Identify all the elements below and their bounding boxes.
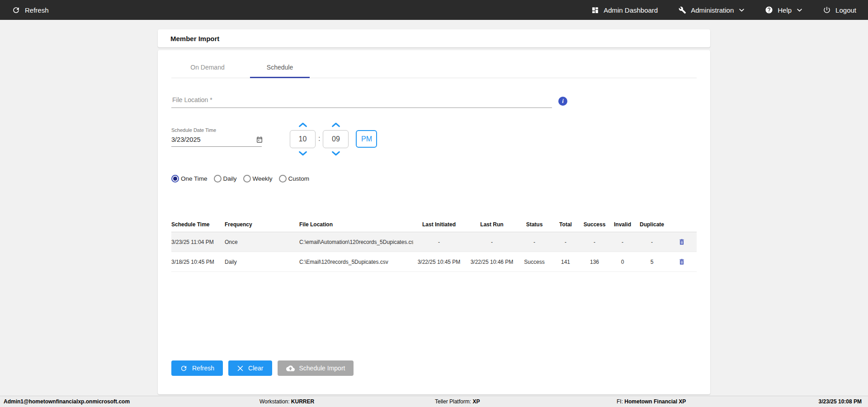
- status-bar: Admin1@hometownfinancialxp.onmicrosoft.c…: [0, 396, 868, 407]
- col-duplicate: Duplicate: [637, 221, 670, 228]
- radio-weekly[interactable]: Weekly: [243, 175, 273, 182]
- wrench-icon: [679, 6, 686, 14]
- cell-last-run: -: [468, 239, 519, 245]
- minute-down-icon[interactable]: [331, 150, 341, 157]
- time-separator: :: [318, 122, 320, 143]
- radio-one-time-label: One Time: [181, 175, 208, 182]
- cell-file-location: C:\email\Automation\120records_5Dupicate…: [299, 239, 413, 245]
- radio-weekly-label: Weekly: [253, 175, 273, 182]
- schedule-import-button-label: Schedule Import: [299, 365, 345, 372]
- footer-workstation-value: KURRER: [291, 398, 314, 405]
- footer-fi-value: Hometown Financial XP: [624, 398, 686, 405]
- cell-file-location: C:\Email\120records_5Dupicates.csv: [299, 259, 413, 265]
- navbar-logout-button[interactable]: Logout: [823, 6, 856, 14]
- col-invalid: Invalid: [611, 221, 637, 228]
- radio-circle: [279, 175, 287, 182]
- table-row[interactable]: 3/23/25 11:04 PM Once C:\email\Automatio…: [171, 232, 697, 252]
- cell-actions: [670, 237, 697, 247]
- footer-teller-platform-label: Teller Platform:: [435, 398, 471, 405]
- schedule-date-time-label: Schedule Date Time: [171, 127, 262, 133]
- footer-teller-platform-value: XP: [472, 398, 480, 405]
- delete-schedule-button[interactable]: [677, 237, 686, 247]
- calendar-icon[interactable]: [256, 136, 263, 143]
- cell-duplicate: 5: [637, 259, 670, 265]
- date-field: [171, 133, 262, 147]
- navbar-admin-dashboard-label: Admin Dashboard: [604, 6, 658, 14]
- footer-user: Admin1@hometownfinancialxp.onmicrosoft.c…: [4, 398, 130, 405]
- navbar-administration-label: Administration: [691, 6, 734, 14]
- refresh-button[interactable]: Refresh: [171, 360, 223, 376]
- close-icon: [237, 365, 244, 372]
- chevron-down-icon: [797, 9, 802, 12]
- cell-invalid: 0: [611, 259, 637, 265]
- radio-daily[interactable]: Daily: [214, 175, 237, 182]
- radio-custom[interactable]: Custom: [279, 175, 310, 182]
- navbar-logout-label: Logout: [835, 6, 856, 14]
- cell-duplicate: -: [637, 239, 670, 245]
- top-navbar: Refresh Admin Dashboard Administration H…: [0, 0, 868, 20]
- cell-last-initiated: -: [413, 239, 468, 245]
- refresh-button-label: Refresh: [192, 365, 214, 372]
- clear-button[interactable]: Clear: [228, 360, 272, 376]
- clear-button-label: Clear: [248, 365, 263, 372]
- navbar-admin-dashboard[interactable]: Admin Dashboard: [591, 6, 658, 14]
- cell-success: 136: [581, 259, 611, 265]
- refresh-icon: [12, 6, 20, 14]
- file-location-row: i: [171, 94, 697, 108]
- refresh-icon: [180, 365, 188, 372]
- cloud-upload-icon: [286, 364, 295, 373]
- col-file-location: File Location: [299, 221, 413, 228]
- footer-fi-label: FI:: [617, 398, 623, 405]
- file-location-input[interactable]: [171, 94, 552, 108]
- meridiem-toggle[interactable]: PM: [356, 130, 377, 148]
- hour-value[interactable]: 10: [290, 130, 316, 148]
- radio-one-time[interactable]: One Time: [171, 175, 208, 182]
- hour-up-icon[interactable]: [298, 122, 308, 128]
- navbar-help-label: Help: [778, 6, 792, 14]
- col-total: Total: [553, 221, 581, 228]
- delete-schedule-button[interactable]: [677, 257, 686, 267]
- cell-frequency: Once: [225, 239, 299, 245]
- tab-bar: On Demand Schedule: [171, 50, 697, 78]
- minute-value[interactable]: 09: [323, 130, 349, 148]
- navbar-refresh-label: Refresh: [25, 6, 49, 14]
- navbar-refresh-button[interactable]: Refresh: [12, 6, 49, 14]
- tab-on-demand[interactable]: On Demand: [171, 64, 244, 78]
- minute-spinner: 09: [323, 122, 349, 157]
- radio-daily-label: Daily: [223, 175, 237, 182]
- col-success: Success: [581, 221, 611, 228]
- cell-status: -: [519, 239, 553, 245]
- help-icon: [765, 6, 773, 14]
- info-icon[interactable]: i: [558, 97, 567, 106]
- minute-up-icon[interactable]: [331, 122, 341, 128]
- cell-success: -: [581, 239, 611, 245]
- navbar-right-group: Admin Dashboard Administration Help L: [591, 6, 856, 14]
- navbar-administration-menu[interactable]: Administration: [679, 6, 744, 14]
- hour-down-icon[interactable]: [298, 150, 308, 157]
- radio-custom-label: Custom: [288, 175, 310, 182]
- radio-dot: [173, 177, 177, 181]
- col-frequency: Frequency: [225, 221, 299, 228]
- cell-last-run: 3/22/25 10:46 PM: [468, 259, 519, 265]
- frequency-radio-group: One Time Daily Weekly Custom: [171, 175, 697, 182]
- chevron-down-icon: [739, 9, 744, 12]
- cell-actions: [670, 257, 697, 267]
- schedule-date-group: Schedule Date Time: [171, 122, 262, 147]
- navbar-help-menu[interactable]: Help: [765, 6, 802, 14]
- table-row[interactable]: 3/18/25 10:45 PM Daily C:\Email\120recor…: [171, 252, 697, 272]
- footer-datetime: 3/23/25 10:08 PM: [819, 398, 862, 405]
- cell-schedule-time: 3/18/25 10:45 PM: [171, 259, 225, 265]
- cell-schedule-time: 3/23/25 11:04 PM: [171, 239, 225, 245]
- table-header-row: Schedule Time Frequency File Location La…: [171, 217, 697, 232]
- footer-workstation-label: Workstation:: [259, 398, 289, 405]
- col-last-run: Last Run: [468, 221, 519, 228]
- time-spinner-group: 10 : 09 PM: [290, 122, 377, 157]
- tab-schedule[interactable]: Schedule: [244, 64, 316, 78]
- schedule-import-button[interactable]: Schedule Import: [278, 360, 354, 376]
- schedules-table: Schedule Time Frequency File Location La…: [171, 217, 697, 272]
- radio-circle: [171, 175, 179, 182]
- power-icon: [823, 6, 831, 14]
- cell-total: 141: [553, 259, 581, 265]
- schedule-date-input[interactable]: [171, 136, 256, 143]
- action-button-row: Refresh Clear Schedule Import: [171, 360, 354, 376]
